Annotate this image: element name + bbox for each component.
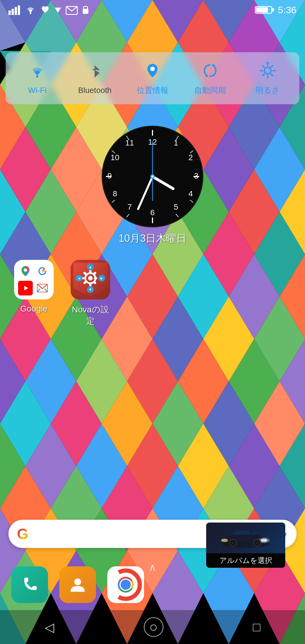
svg-line-123 bbox=[271, 66, 273, 67]
svg-point-156 bbox=[24, 268, 27, 272]
svg-text:1: 1 bbox=[174, 138, 178, 147]
svg-point-105 bbox=[30, 12, 31, 14]
nav-bar: ◁ ○ □ bbox=[0, 610, 305, 644]
google-folder-label: Google bbox=[20, 304, 48, 314]
svg-line-122 bbox=[271, 74, 273, 76]
svg-text:◄: ◄ bbox=[77, 276, 81, 280]
brightness-icon bbox=[258, 61, 278, 80]
svg-point-116 bbox=[264, 67, 271, 74]
google-folder-group[interactable]: Google bbox=[11, 260, 56, 327]
google-logo: G bbox=[17, 525, 28, 542]
svg-text:5: 5 bbox=[174, 203, 178, 211]
svg-rect-166 bbox=[94, 277, 97, 279]
mail-icon bbox=[66, 5, 78, 15]
album-thumbnail[interactable]: アルバムを選択 bbox=[206, 523, 285, 568]
status-right-icons: 5:36 bbox=[255, 5, 297, 16]
svg-rect-163 bbox=[89, 270, 91, 273]
svg-line-159 bbox=[37, 289, 40, 292]
svg-rect-103 bbox=[15, 7, 17, 15]
wifi-icon bbox=[27, 62, 47, 81]
clock-widget: 12 1 2 3 4 5 6 7 8 9 10 11 10月3日木曜日 bbox=[100, 124, 205, 245]
svg-text:▲: ▲ bbox=[88, 265, 92, 269]
recent-button[interactable]: □ bbox=[253, 620, 260, 634]
wifi-label: Wi-Fi bbox=[28, 86, 46, 95]
arrow-down-icon bbox=[54, 5, 62, 15]
svg-marker-114 bbox=[206, 74, 208, 77]
nova-label: Novaの設定 bbox=[68, 304, 113, 327]
home-button[interactable]: ○ bbox=[144, 617, 164, 637]
svg-point-155 bbox=[151, 175, 154, 178]
svg-text:7: 7 bbox=[127, 203, 132, 211]
qs-sync-toggle[interactable]: 自動同期 bbox=[192, 61, 228, 96]
svg-point-162 bbox=[88, 276, 93, 280]
quick-settings-panel: Wi-Fi Bluetooth 位置情報 自動 bbox=[6, 52, 299, 104]
battery-icon bbox=[255, 5, 274, 15]
svg-marker-106 bbox=[55, 8, 61, 13]
dock-apps bbox=[11, 566, 144, 603]
status-left-icons bbox=[8, 5, 90, 15]
chrome-app[interactable] bbox=[107, 566, 144, 603]
svg-rect-108 bbox=[83, 9, 88, 14]
svg-text:3: 3 bbox=[194, 171, 199, 180]
album-image bbox=[206, 523, 285, 553]
svg-rect-164 bbox=[89, 283, 91, 286]
album-label: アルバムを選択 bbox=[206, 553, 285, 568]
svg-point-187 bbox=[121, 580, 131, 590]
sync-icon bbox=[200, 61, 220, 80]
svg-text:11: 11 bbox=[125, 138, 134, 147]
bluetooth-icon bbox=[85, 62, 105, 81]
phone-app[interactable] bbox=[11, 566, 48, 603]
contacts-app[interactable] bbox=[59, 566, 96, 603]
svg-text:9: 9 bbox=[107, 171, 112, 180]
svg-marker-115 bbox=[212, 64, 215, 67]
svg-text:▼: ▼ bbox=[88, 287, 92, 292]
time-display: 5:36 bbox=[278, 5, 297, 16]
svg-point-193 bbox=[231, 541, 235, 545]
svg-rect-104 bbox=[18, 5, 20, 15]
app-grid: Google bbox=[6, 254, 119, 333]
status-bar: 5:36 bbox=[0, 0, 305, 20]
google-folder-icon[interactable] bbox=[14, 260, 54, 299]
qs-location-toggle[interactable]: 位置情報 bbox=[134, 61, 171, 96]
clock-date: 10月3日木曜日 bbox=[119, 232, 186, 245]
clock-face: 12 1 2 3 4 5 6 7 8 9 10 11 bbox=[100, 124, 205, 229]
lock-icon bbox=[81, 5, 90, 15]
bluetooth-label: Bluetooth bbox=[78, 86, 112, 95]
qs-bluetooth-toggle[interactable]: Bluetooth bbox=[77, 62, 113, 95]
svg-text:2: 2 bbox=[188, 153, 193, 162]
brightness-label: 明るさ bbox=[256, 85, 280, 96]
svg-rect-101 bbox=[8, 10, 11, 15]
qs-brightness-toggle[interactable]: 明るさ bbox=[249, 61, 286, 96]
svg-point-182 bbox=[74, 578, 81, 585]
svg-point-112 bbox=[36, 75, 38, 78]
nova-settings-group[interactable]: ◄ ► ▲ ▼ Novaの設定 bbox=[68, 260, 113, 327]
svg-line-160 bbox=[45, 289, 47, 292]
nova-icon[interactable]: ◄ ► ▲ ▼ bbox=[71, 260, 110, 299]
svg-text:10: 10 bbox=[110, 153, 119, 162]
signal-icon bbox=[8, 5, 21, 15]
svg-text:4: 4 bbox=[188, 189, 193, 198]
svg-text:►: ► bbox=[100, 276, 104, 280]
qs-wifi-toggle[interactable]: Wi-Fi bbox=[19, 62, 56, 95]
svg-text:6: 6 bbox=[150, 208, 155, 217]
svg-text:8: 8 bbox=[113, 189, 117, 198]
svg-rect-110 bbox=[256, 7, 268, 12]
car-silhouette bbox=[217, 527, 274, 549]
dock: アルバムを選択 bbox=[0, 562, 305, 607]
back-button[interactable]: ◁ bbox=[45, 620, 54, 634]
location-label: 位置情報 bbox=[137, 85, 168, 96]
svg-point-191 bbox=[221, 539, 228, 542]
svg-line-121 bbox=[263, 66, 264, 67]
svg-point-195 bbox=[255, 541, 259, 545]
heart-icon bbox=[40, 5, 50, 15]
svg-rect-102 bbox=[12, 9, 14, 15]
location-icon bbox=[143, 61, 162, 80]
svg-marker-157 bbox=[24, 286, 28, 290]
svg-point-113 bbox=[150, 67, 155, 71]
sync-label: 自動同期 bbox=[194, 85, 226, 96]
svg-line-124 bbox=[263, 74, 264, 76]
svg-rect-111 bbox=[272, 8, 274, 12]
status-wifi-icon bbox=[24, 5, 37, 15]
